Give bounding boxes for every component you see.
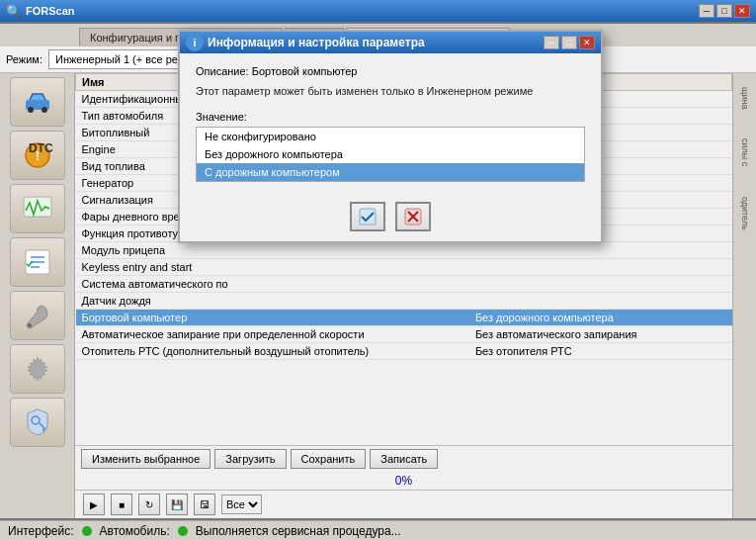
modal-close-button[interactable]: ✕ [579,36,595,49]
modal-title: Информация и настройка параметра [208,36,425,49]
modal-list: Не сконфигурированоБез дорожного компьют… [196,127,585,182]
modal-body: Описание: Бортовой компьютер Этот параме… [180,53,601,194]
modal-list-item[interactable]: Без дорожного компьютера [197,145,584,163]
modal-list-item[interactable]: С дорожным компьютером [197,163,584,181]
modal-note: Этот параметр может быть изменен только … [196,85,585,97]
modal-overlay: i Информация и настройка параметра ─ □ ✕… [0,0,756,540]
modal-window: i Информация и настройка параметра ─ □ ✕… [178,30,603,243]
modal-list-item[interactable]: Не сконфигурировано [197,128,584,145]
modal-value-label: Значение: [196,111,585,123]
modal-ok-button[interactable] [350,202,385,231]
main-window: 🔍 FORScan ─ □ ✕ Конфигурация и программи… [0,0,756,540]
modal-restore-button[interactable]: □ [561,36,577,49]
modal-cancel-button[interactable] [395,202,431,231]
modal-description: Описание: Бортовой компьютер [196,65,585,77]
modal-footer [180,194,601,241]
modal-title-bar: i Информация и настройка параметра ─ □ ✕ [180,32,601,53]
modal-minimize-button[interactable]: ─ [544,36,559,49]
modal-info-icon: i [186,34,204,51]
